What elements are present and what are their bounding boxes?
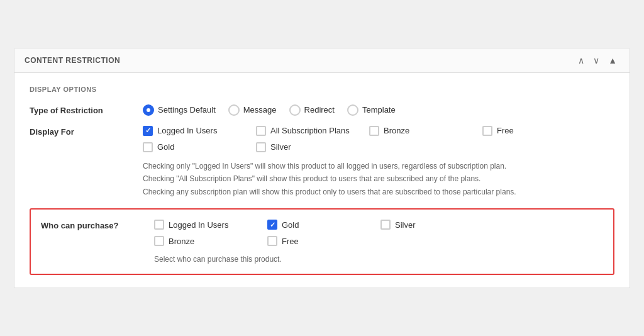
cb-all-subscription-plans[interactable]: All Subscription Plans: [256, 126, 369, 136]
purchase-hint: Select who can purchase this product.: [154, 255, 603, 264]
purchase-label: Who can purchase?: [41, 220, 154, 230]
hint-2: Checking "All Subscription Plans" will s…: [143, 172, 614, 185]
wcp-silver[interactable]: Silver: [380, 220, 494, 230]
purchase-content: Logged In Users Gold Silver: [154, 220, 603, 264]
purchase-row: Who can purchase? Logged In Users Gold: [41, 220, 603, 264]
cb-logged-in-users-box: [143, 126, 153, 136]
panel-controls: ∧ ∨ ▲: [575, 55, 619, 66]
radio-message-circle: [228, 104, 240, 116]
wcp-silver-label: Silver: [395, 220, 416, 230]
type-of-restriction-label: Type of Restriction: [30, 104, 143, 115]
cb-gold[interactable]: Gold: [143, 142, 256, 152]
radio-template[interactable]: Template: [347, 104, 396, 116]
wcp-free[interactable]: Free: [267, 236, 380, 246]
page-wrapper: CONTENT RESTRICTION ∧ ∨ ▲ DISPLAY OPTION…: [0, 0, 644, 336]
hint-3: Checking any subscription plan will show…: [143, 186, 614, 198]
cb-bronze-box: [369, 126, 379, 136]
display-for-row: Display For Logged In Users All Subscrip…: [30, 126, 614, 198]
wcp-bronze-box: [154, 236, 164, 246]
wcp-silver-box: [380, 220, 391, 230]
content-restriction-panel: CONTENT RESTRICTION ∧ ∨ ▲ DISPLAY OPTION…: [14, 48, 630, 288]
wcp-free-box: [267, 236, 277, 246]
panel-down-button[interactable]: ∨: [591, 55, 602, 66]
cb-gold-box: [143, 142, 153, 152]
display-for-content: Logged In Users All Subscription Plans B…: [143, 126, 614, 198]
wcp-gold-box: [267, 220, 277, 230]
radio-redirect-label: Redirect: [304, 105, 335, 115]
wcp-gold[interactable]: Gold: [267, 220, 380, 230]
cb-logged-in-users-label: Logged In Users: [157, 126, 217, 135]
radio-settings-default[interactable]: Settings Default: [143, 104, 216, 116]
panel-title: CONTENT RESTRICTION: [25, 56, 120, 65]
wcp-logged-in-users[interactable]: Logged In Users: [154, 220, 267, 230]
who-can-purchase-section: Who can purchase? Logged In Users Gold: [30, 208, 614, 275]
radio-template-circle: [347, 104, 358, 116]
cb-bronze[interactable]: Bronze: [369, 126, 482, 136]
cb-silver-box: [256, 142, 266, 152]
cb-all-subscription-plans-box: [256, 126, 266, 136]
wcp-free-label: Free: [282, 237, 299, 246]
panel-header: CONTENT RESTRICTION ∧ ∨ ▲: [14, 48, 630, 73]
panel-up-button[interactable]: ∧: [575, 55, 587, 66]
cb-all-subscription-plans-label: All Subscription Plans: [270, 126, 350, 135]
wcp-logged-in-users-label: Logged In Users: [169, 220, 228, 230]
restriction-radio-group: Settings Default Message Redirect T: [143, 104, 614, 116]
cb-free[interactable]: Free: [482, 126, 596, 136]
panel-body: DISPLAY OPTIONS Type of Restriction Sett…: [14, 73, 630, 288]
display-for-hints: Checking only "Logged In Users" will sho…: [143, 160, 614, 198]
cb-silver[interactable]: Silver: [256, 142, 369, 152]
cb-bronze-label: Bronze: [384, 126, 409, 135]
cb-logged-in-users[interactable]: Logged In Users: [143, 126, 256, 136]
radio-settings-default-label: Settings Default: [158, 105, 216, 115]
type-of-restriction-content: Settings Default Message Redirect T: [143, 104, 614, 116]
radio-redirect[interactable]: Redirect: [289, 104, 335, 116]
cb-silver-label: Silver: [270, 142, 291, 152]
display-for-label: Display For: [30, 126, 143, 137]
radio-redirect-circle: [289, 104, 301, 116]
display-for-checkbox-group: Logged In Users All Subscription Plans B…: [143, 126, 614, 152]
cb-gold-label: Gold: [157, 142, 174, 152]
wcp-bronze-label: Bronze: [169, 237, 194, 246]
purchase-checkbox-group: Logged In Users Gold Silver: [154, 220, 603, 246]
panel-collapse-button[interactable]: ▲: [606, 55, 619, 66]
cb-free-label: Free: [497, 126, 514, 135]
wcp-bronze[interactable]: Bronze: [154, 236, 267, 246]
wcp-logged-in-users-box: [154, 220, 164, 230]
radio-message[interactable]: Message: [228, 104, 277, 116]
cb-free-box: [482, 126, 492, 136]
radio-message-label: Message: [243, 105, 277, 115]
hint-1: Checking only "Logged In Users" will sho…: [143, 160, 614, 172]
type-of-restriction-row: Type of Restriction Settings Default Mes…: [30, 104, 614, 116]
radio-template-label: Template: [362, 105, 396, 115]
wcp-gold-label: Gold: [282, 220, 299, 230]
radio-settings-default-circle: [143, 104, 154, 116]
display-options-label: DISPLAY OPTIONS: [30, 86, 614, 93]
